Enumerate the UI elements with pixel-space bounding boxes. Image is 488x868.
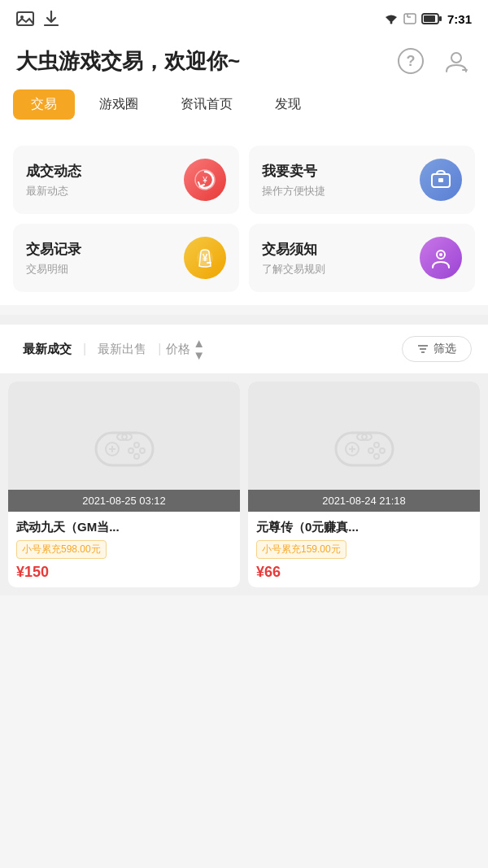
svg-point-41 (374, 443, 379, 447)
card-trade-notice-icon (420, 237, 462, 279)
cards-grid: 成交动态 最新动态 ¥ 我要卖号 操作方便快捷 (13, 146, 475, 292)
card-sell-account-icon (420, 159, 462, 201)
status-bar: 7:31 (0, 0, 488, 36)
products-section: 2021-08-25 03:12 武动九天（GM当... 小号累充598.00元… (0, 373, 488, 595)
card-deal-activity[interactable]: 成交动态 最新动态 ¥ (13, 146, 239, 214)
status-bar-right: 7:31 (384, 12, 472, 26)
card-deal-activity-subtitle: 最新动态 (26, 184, 81, 198)
svg-point-23 (439, 253, 442, 256)
product-timestamp-1: 2021-08-25 03:12 (8, 490, 240, 512)
game-controller-icon-1 (88, 421, 161, 473)
card-trade-notice-title: 交易须知 (262, 240, 325, 259)
card-trade-notice-text: 交易须知 了解交易规则 (262, 240, 325, 277)
filter-latest-deal[interactable]: 最新成交 (16, 338, 78, 360)
filter-button[interactable]: 筛选 (402, 336, 472, 362)
card-trade-record[interactable]: 交易记录 交易明细 ¥ (13, 224, 239, 292)
help-button[interactable]: ? (395, 46, 426, 76)
filter-icon (417, 343, 429, 355)
nav-tabs: 交易 游戏圈 资讯首页 发现 (0, 89, 488, 133)
product-title-1: 武动九天（GM当... (16, 520, 232, 535)
filter-separator-2: | (158, 342, 161, 356)
card-sell-account-title: 我要卖号 (262, 162, 325, 181)
product-title-2: 元尊传（0元赚真... (256, 520, 472, 535)
card-trade-notice-subtitle: 了解交易规则 (262, 262, 325, 277)
sort-arrows-icon: ▲ ▼ (193, 337, 205, 361)
signal-icon (403, 13, 416, 24)
wifi-icon (384, 13, 399, 24)
product-timestamp-2: 2021-08-24 21:18 (248, 490, 480, 512)
card-sell-account-text: 我要卖号 操作方便快捷 (262, 162, 325, 198)
filter-latest-sell[interactable]: 最新出售 (91, 338, 153, 360)
svg-rect-9 (424, 15, 435, 22)
product-price-1: ¥150 (16, 564, 232, 581)
product-info-2: 元尊传（0元赚真... 小号累充159.00元 ¥66 (248, 512, 480, 587)
svg-rect-18 (438, 178, 443, 182)
svg-rect-5 (404, 14, 416, 24)
status-bar-left (16, 11, 59, 27)
product-tag-1: 小号累充598.00元 (16, 540, 107, 559)
tab-news[interactable]: 资讯首页 (163, 89, 251, 120)
card-trade-record-text: 交易记录 交易明细 (26, 240, 81, 277)
card-deal-activity-icon: ¥ (184, 159, 226, 201)
svg-rect-0 (17, 12, 33, 25)
card-trade-record-title: 交易记录 (26, 240, 81, 259)
tab-discover[interactable]: 发现 (257, 89, 319, 120)
time-label: 7:31 (447, 12, 472, 26)
svg-point-33 (129, 448, 133, 453)
card-trade-record-icon: ¥ (184, 237, 226, 279)
card-trade-record-subtitle: 交易明细 (26, 262, 81, 277)
page-title: 大虫游戏交易，欢迎你~ (16, 47, 240, 76)
card-deal-activity-title: 成交动态 (26, 162, 81, 181)
product-tag-2: 小号累充159.00元 (256, 540, 346, 559)
card-deal-activity-text: 成交动态 最新动态 (26, 162, 81, 198)
cards-section: 成交动态 最新动态 ¥ 我要卖号 操作方便快捷 (0, 133, 488, 305)
tab-trade[interactable]: 交易 (13, 89, 75, 120)
svg-point-34 (134, 454, 139, 459)
svg-point-42 (380, 448, 385, 453)
filter-separator-1: | (83, 342, 86, 356)
filter-button-label: 筛选 (434, 342, 456, 356)
product-price-2: ¥66 (256, 564, 472, 581)
card-sell-account-subtitle: 操作方便快捷 (262, 184, 325, 198)
svg-rect-10 (439, 16, 442, 21)
svg-text:?: ? (407, 53, 416, 69)
filter-bar: 最新成交 | 最新出售 | 价格 ▲ ▼ 筛选 (0, 325, 488, 373)
image-icon (16, 11, 34, 26)
section-divider (0, 315, 488, 325)
svg-text:¥: ¥ (203, 252, 208, 264)
profile-button[interactable] (441, 46, 472, 76)
svg-text:¥: ¥ (202, 176, 207, 185)
svg-point-44 (374, 454, 379, 459)
product-image-2: 2021-08-24 21:18 (248, 382, 480, 512)
product-info-1: 武动九天（GM当... 小号累充598.00元 ¥150 (8, 512, 240, 587)
filter-price[interactable]: 价格 ▲ ▼ (166, 337, 205, 361)
card-trade-notice[interactable]: 交易须知 了解交易规则 (249, 224, 475, 292)
tab-circle[interactable]: 游戏圈 (81, 89, 156, 120)
svg-point-13 (451, 53, 461, 63)
svg-point-32 (140, 448, 145, 453)
filter-price-label: 价格 (166, 342, 190, 357)
svg-point-43 (368, 448, 373, 453)
product-card-2[interactable]: 2021-08-24 21:18 元尊传（0元赚真... 小号累充159.00元… (248, 382, 480, 587)
product-image-1: 2021-08-25 03:12 (8, 382, 240, 512)
svg-point-4 (390, 22, 392, 24)
header-icons: ? (395, 46, 472, 76)
download-icon (44, 11, 59, 27)
product-card-1[interactable]: 2021-08-25 03:12 武动九天（GM当... 小号累充598.00元… (8, 382, 240, 587)
svg-point-31 (134, 443, 139, 447)
card-sell-account[interactable]: 我要卖号 操作方便快捷 (249, 146, 475, 214)
game-controller-icon-2 (328, 421, 401, 473)
header: 大虫游戏交易，欢迎你~ ? (0, 36, 488, 89)
battery-icon (421, 13, 442, 24)
products-grid: 2021-08-25 03:12 武动九天（GM当... 小号累充598.00元… (8, 382, 480, 587)
